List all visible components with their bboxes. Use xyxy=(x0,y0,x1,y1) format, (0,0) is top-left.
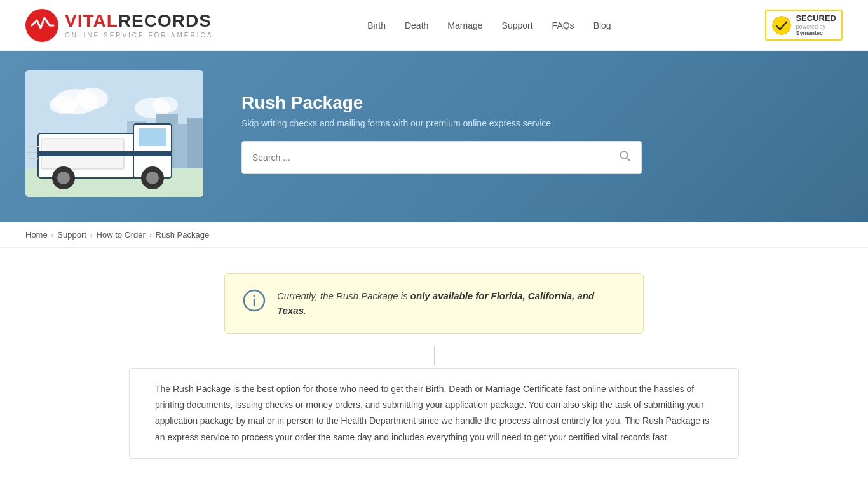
info-text-normal: Currently, the Rush Package is xyxy=(277,290,410,301)
logo[interactable]: VITALRECORDS ONLINE SERVICE FOR AMERICA xyxy=(25,9,213,42)
nav-support[interactable]: Support xyxy=(502,20,533,30)
nav-faqs[interactable]: FAQs xyxy=(552,20,574,30)
svg-rect-16 xyxy=(139,128,166,146)
nav-blog[interactable]: Blog xyxy=(593,20,611,30)
info-box-wrapper: Currently, the Rush Package is only avai… xyxy=(212,273,656,334)
nav-marriage[interactable]: Marriage xyxy=(447,20,482,30)
breadcrumb: Home › Support › How to Order › Rush Pac… xyxy=(0,222,868,248)
search-bar xyxy=(241,141,642,174)
hero-image xyxy=(25,70,203,197)
breadcrumb-support[interactable]: Support xyxy=(57,230,86,240)
hero-subtitle: Skip writing checks and mailing forms wi… xyxy=(241,118,843,128)
norton-check-icon xyxy=(771,15,792,36)
svg-point-30 xyxy=(254,295,255,297)
svg-point-4 xyxy=(76,88,108,109)
svg-line-27 xyxy=(627,158,630,161)
svg-point-20 xyxy=(57,172,70,184)
logo-vital-text: VITAL xyxy=(65,11,118,30)
svg-rect-18 xyxy=(38,151,172,156)
info-icon xyxy=(243,289,266,312)
norton-symantec-text: Symantec xyxy=(796,30,836,37)
nav-death[interactable]: Death xyxy=(405,20,428,30)
article-body: The Rush Package is the best option for … xyxy=(155,381,713,445)
breadcrumb-current: Rush Package xyxy=(156,230,210,240)
svg-point-7 xyxy=(153,97,178,113)
logo-records-text: RECORDS xyxy=(118,11,212,30)
norton-secured-text: SECURED xyxy=(796,13,836,24)
breadcrumb-sep-1: › xyxy=(51,231,54,239)
logo-icon xyxy=(25,9,58,42)
search-button[interactable] xyxy=(609,142,641,173)
delivery-van-illustration xyxy=(25,70,203,197)
article-section: The Rush Package is the best option for … xyxy=(129,368,739,459)
center-divider xyxy=(0,346,868,365)
divider-line xyxy=(434,346,435,365)
main-nav: Birth Death Marriage Support FAQs Blog xyxy=(367,20,611,30)
hero-title: Rush Package xyxy=(241,93,843,113)
info-text-end: . xyxy=(304,305,306,316)
search-icon xyxy=(620,151,631,162)
svg-point-22 xyxy=(146,172,159,184)
info-box-text: Currently, the Rush Package is only avai… xyxy=(277,289,625,318)
nav-birth[interactable]: Birth xyxy=(367,20,386,30)
main-content: Currently, the Rush Package is only avai… xyxy=(0,248,868,484)
search-input[interactable] xyxy=(242,144,609,172)
breadcrumb-sep-2: › xyxy=(90,231,93,239)
svg-point-1 xyxy=(773,16,791,34)
hero-banner: Rush Package Skip writing checks and mai… xyxy=(0,51,868,222)
logo-subtitle: ONLINE SERVICE FOR AMERICA xyxy=(65,32,213,39)
norton-badge: SECURED powered by Symantec xyxy=(765,10,843,41)
svg-point-5 xyxy=(50,96,78,114)
breadcrumb-sep-3: › xyxy=(149,231,152,239)
norton-powered-text: powered by xyxy=(796,24,836,30)
info-box: Currently, the Rush Package is only avai… xyxy=(224,273,644,334)
hero-content: Rush Package Skip writing checks and mai… xyxy=(241,93,843,174)
breadcrumb-how-to-order[interactable]: How to Order xyxy=(97,230,146,240)
breadcrumb-home[interactable]: Home xyxy=(25,230,48,240)
